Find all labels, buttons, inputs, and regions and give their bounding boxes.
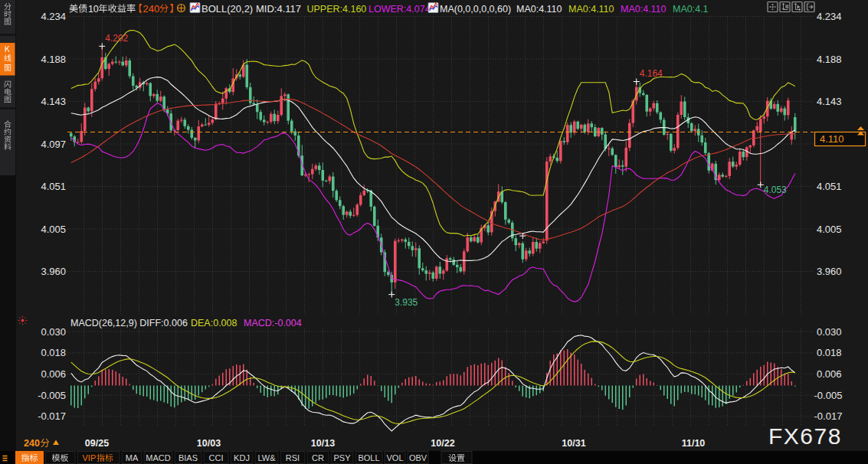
svg-text:11/10: 11/10: [682, 438, 706, 449]
svg-text:-0.005: -0.005: [38, 390, 66, 401]
svg-text:MA: MA: [126, 453, 139, 462]
svg-text:UPPER:4.160: UPPER:4.160: [307, 4, 367, 15]
svg-text:CCI: CCI: [209, 453, 224, 462]
svg-text:4.234: 4.234: [41, 11, 66, 22]
svg-text:OBV: OBV: [409, 453, 427, 462]
svg-text:MID:4.117: MID:4.117: [256, 3, 301, 15]
svg-text:LOWER:4.074: LOWER:4.074: [368, 4, 431, 15]
svg-text:VOL: VOL: [386, 453, 403, 462]
svg-text:FX678: FX678: [768, 423, 842, 449]
svg-text:4.188: 4.188: [817, 54, 842, 65]
svg-text:10: 10: [88, 4, 99, 15]
svg-text:3.960: 3.960: [41, 266, 66, 277]
svg-text:MACD(26,12,9) DIFF:0.006: MACD(26,12,9) DIFF:0.006: [70, 318, 188, 328]
svg-text:RSI: RSI: [286, 453, 300, 462]
svg-text:CR: CR: [312, 453, 324, 462]
svg-text:0.030: 0.030: [41, 326, 66, 338]
svg-text:BOLL: BOLL: [358, 453, 379, 462]
svg-text:0.006: 0.006: [817, 368, 842, 380]
svg-text:0.030: 0.030: [817, 326, 842, 338]
svg-text:09/25: 09/25: [85, 438, 109, 449]
svg-text:MA0:4.110: MA0:4.110: [568, 4, 614, 15]
svg-text:MA(0,0,0,0,0,60): MA(0,0,0,0,0,60): [440, 4, 511, 15]
svg-text:MA0:4.110: MA0:4.110: [621, 4, 667, 15]
svg-text:MA0:4.110: MA0:4.110: [516, 4, 562, 15]
svg-text:BOLL(20,2): BOLL(20,2): [201, 3, 253, 15]
svg-text:4.234: 4.234: [817, 11, 842, 22]
svg-text:DEA:0.008: DEA:0.008: [191, 318, 237, 328]
svg-text:10/22: 10/22: [431, 438, 454, 449]
svg-text:VIP: VIP: [83, 453, 97, 462]
svg-text:MA0:4.1: MA0:4.1: [673, 4, 709, 15]
svg-text:BIAS: BIAS: [179, 453, 198, 462]
svg-text:4.053: 4.053: [764, 185, 787, 195]
svg-text:0.006: 0.006: [41, 368, 66, 380]
svg-text:4.164: 4.164: [640, 68, 663, 79]
svg-text:4.110: 4.110: [820, 133, 844, 145]
svg-text:4.005: 4.005: [817, 224, 842, 235]
svg-text:10/13: 10/13: [311, 438, 335, 449]
svg-text:10/31: 10/31: [562, 438, 585, 449]
svg-text:4.051: 4.051: [817, 181, 842, 192]
svg-text:PSY: PSY: [333, 453, 351, 462]
svg-text:-0.017: -0.017: [814, 410, 843, 422]
svg-text:240: 240: [24, 438, 40, 449]
svg-text:4.143: 4.143: [41, 96, 66, 107]
svg-text:4.097: 4.097: [41, 139, 66, 150]
svg-text:3.935: 3.935: [395, 297, 418, 308]
svg-text:4.005: 4.005: [41, 224, 66, 235]
svg-text:-0.005: -0.005: [814, 390, 843, 401]
svg-text:240: 240: [143, 3, 160, 15]
svg-text:KDJ: KDJ: [234, 453, 250, 462]
svg-text:0.018: 0.018: [41, 347, 66, 358]
svg-text:MACD: MACD: [146, 453, 170, 462]
svg-text:10/03: 10/03: [197, 438, 221, 449]
svg-text:MACD:-0.004: MACD:-0.004: [244, 318, 302, 328]
svg-text:4.051: 4.051: [41, 181, 66, 192]
svg-text:4.143: 4.143: [817, 96, 842, 107]
svg-text:LW&: LW&: [257, 453, 276, 462]
svg-text:3.960: 3.960: [817, 266, 842, 277]
svg-text:0.018: 0.018: [817, 347, 842, 358]
svg-text:4.202: 4.202: [105, 33, 128, 44]
svg-text:4.188: 4.188: [41, 54, 66, 65]
svg-text:-0.017: -0.017: [38, 410, 66, 422]
